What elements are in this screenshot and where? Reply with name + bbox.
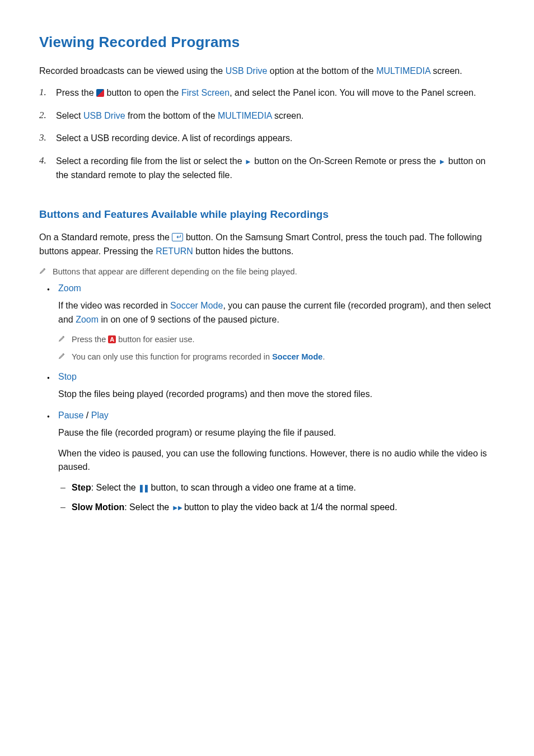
feature-stop: Stop Stop the files being played (record… bbox=[39, 372, 495, 402]
pause-term: Pause bbox=[58, 410, 83, 420]
feature-list: Zoom If the video was recorded in Soccer… bbox=[39, 283, 495, 514]
multimedia-term: MULTIMEDIA bbox=[376, 66, 430, 76]
text: option at the bottom of the bbox=[267, 66, 376, 76]
text: screen. bbox=[272, 111, 304, 120]
note-text: Press the A button for easier use. bbox=[72, 334, 495, 346]
text: If the video was recorded in bbox=[58, 301, 170, 310]
step-body: Select a USB recording device. A list of… bbox=[56, 132, 495, 146]
note-text: You can only use this function for progr… bbox=[72, 351, 495, 363]
text: in on one of 9 sections of the paused pi… bbox=[99, 315, 279, 324]
text: from the bottom of the bbox=[125, 111, 218, 120]
text: On a Standard remote, press the bbox=[39, 232, 172, 242]
multimedia-term: MULTIMEDIA bbox=[218, 111, 272, 120]
play-term: Play bbox=[91, 410, 109, 420]
page-title: Viewing Recorded Programs bbox=[39, 34, 495, 51]
return-term: RETURN bbox=[156, 246, 193, 256]
text: Press the bbox=[72, 335, 108, 344]
note-text: Buttons that appear are different depend… bbox=[53, 266, 495, 278]
text: button on the On-Screen Remote or press … bbox=[252, 156, 439, 166]
text: button to open the bbox=[104, 88, 181, 97]
step-body: Select a recording file from the list or… bbox=[56, 155, 495, 183]
pencil-icon bbox=[39, 266, 53, 277]
step-number: 4. bbox=[39, 155, 56, 166]
feature-body: Stop the files being played (recorded pr… bbox=[58, 388, 495, 402]
sub-notes: Press the A button for easier use. You c… bbox=[58, 334, 495, 363]
text: Press the bbox=[56, 88, 96, 97]
step-1: 1. Press the button to open the First Sc… bbox=[39, 86, 495, 100]
sub-feature-list: Step: Select the ❚❚ button, to scan thro… bbox=[58, 481, 495, 515]
feature-title: Zoom bbox=[58, 283, 495, 293]
text: button hides the buttons. bbox=[193, 246, 294, 256]
play-icon: ► bbox=[245, 156, 252, 167]
enter-icon bbox=[172, 233, 183, 241]
pencil-icon bbox=[58, 334, 72, 344]
play-icon: ► bbox=[438, 156, 446, 167]
text: button for easier use. bbox=[116, 335, 194, 344]
step-2: 2. Select USB Drive from the bottom of t… bbox=[39, 109, 495, 123]
pause-icon: ❚❚ bbox=[138, 484, 148, 492]
step-body: Select USB Drive from the bottom of the … bbox=[56, 109, 495, 123]
feature-pause-play: Pause / Play Pause the file (recorded pr… bbox=[39, 410, 495, 515]
section-heading: Buttons and Features Available while pla… bbox=[39, 208, 495, 221]
usb-drive-term: USB Drive bbox=[226, 66, 268, 76]
fast-forward-icon: ►► bbox=[172, 503, 182, 512]
usb-drive-term: USB Drive bbox=[83, 111, 125, 120]
pencil-icon bbox=[58, 351, 72, 362]
text: screen. bbox=[430, 66, 462, 76]
feature-body: Pause the file (recorded program) or res… bbox=[58, 426, 495, 440]
text: You can only use this function for progr… bbox=[72, 352, 272, 361]
step-number: 3. bbox=[39, 132, 56, 143]
slow-motion-label: Slow Motion bbox=[72, 502, 124, 512]
step-3: 3. Select a USB recording device. A list… bbox=[39, 132, 495, 146]
feature-zoom: Zoom If the video was recorded in Soccer… bbox=[39, 283, 495, 363]
feature-body: If the video was recorded in Soccer Mode… bbox=[58, 299, 495, 327]
text: button, to scan through a video one fram… bbox=[148, 483, 356, 492]
separator: / bbox=[83, 410, 91, 420]
note: Buttons that appear are different depend… bbox=[39, 266, 495, 278]
step-label: Step bbox=[72, 483, 91, 492]
zoom-term: Zoom bbox=[76, 315, 99, 324]
sub-feature-slow-motion: Slow Motion: Select the ►► button to pla… bbox=[58, 501, 495, 515]
soccer-mode-term: Soccer Mode bbox=[170, 301, 223, 310]
soccer-mode-term: Soccer Mode bbox=[272, 352, 322, 361]
text: Select a recording file from the list or… bbox=[56, 156, 245, 166]
text: Recorded broadcasts can be viewed using … bbox=[39, 66, 226, 76]
step-number: 2. bbox=[39, 109, 56, 121]
intro-paragraph: Recorded broadcasts can be viewed using … bbox=[39, 64, 495, 78]
smart-hub-icon bbox=[96, 89, 104, 97]
a-button-icon: A bbox=[108, 335, 116, 343]
steps-list: 1. Press the button to open the First Sc… bbox=[39, 86, 495, 183]
feature-title: Stop bbox=[58, 372, 495, 382]
sub-feature-step: Step: Select the ❚❚ button, to scan thro… bbox=[58, 481, 495, 495]
text: : Select the bbox=[124, 502, 172, 512]
feature-title: Pause / Play bbox=[58, 410, 495, 421]
text: Select bbox=[56, 111, 83, 120]
manual-page: Viewing Recorded Programs Recorded broad… bbox=[0, 0, 534, 756]
text: button to play the video back at 1/4 the… bbox=[181, 502, 397, 512]
step-body: Press the button to open the First Scree… bbox=[56, 86, 495, 100]
text: , and select the Panel icon. You will mo… bbox=[229, 88, 476, 97]
feature-body: When the video is paused, you can use th… bbox=[58, 447, 495, 475]
text: . bbox=[322, 352, 325, 361]
section-intro: On a Standard remote, press the button. … bbox=[39, 231, 495, 259]
step-4: 4. Select a recording file from the list… bbox=[39, 155, 495, 183]
text: : Select the bbox=[91, 483, 139, 492]
note: Press the A button for easier use. bbox=[58, 334, 495, 346]
note: You can only use this function for progr… bbox=[58, 351, 495, 363]
first-screen-term: First Screen bbox=[181, 88, 229, 97]
step-number: 1. bbox=[39, 86, 56, 98]
